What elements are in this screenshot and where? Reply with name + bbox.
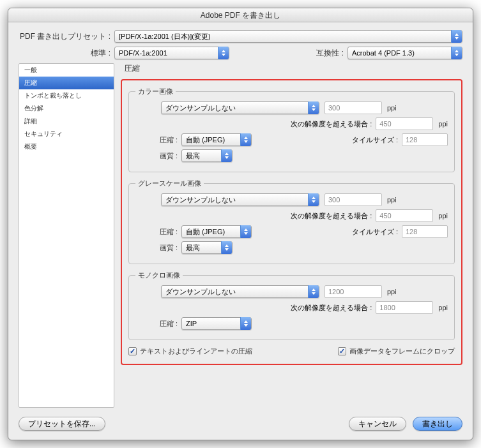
color-compress-select[interactable]: 自動 (JPEG): [181, 133, 252, 146]
color-threshold-input[interactable]: [376, 117, 433, 130]
color-downsample-value: ダウンサンプルしない: [165, 103, 236, 113]
gray-threshold-label: 次の解像度を超える場合 :: [135, 211, 376, 221]
dialog-title: Adobe PDF を書き出し: [8, 8, 473, 22]
gray-downsample-select[interactable]: ダウンサンプルしない: [161, 193, 319, 206]
ppi-unit: ppi: [387, 288, 397, 295]
color-threshold-label: 次の解像度を超える場合 :: [135, 119, 376, 129]
color-downsample-select[interactable]: ダウンサンプルしない: [161, 101, 319, 114]
ppi-unit: ppi: [387, 104, 397, 112]
gray-quality-select[interactable]: 最高: [181, 241, 233, 254]
color-image-group: カラー画像 ダウンサンプルしない ppi 次の解像: [128, 87, 455, 172]
color-compress-value: 自動 (JPEG): [186, 135, 225, 145]
mono-downsample-select[interactable]: ダウンサンプルしない: [161, 285, 319, 298]
crop-image-label: 画像データをフレームにクロップ: [349, 347, 455, 356]
mono-threshold-label: 次の解像度を超える場合 :: [135, 303, 376, 313]
ppi-unit: ppi: [438, 212, 448, 220]
mono-compress-value: ZIP: [186, 320, 197, 327]
chevron-updown-icon: [451, 47, 462, 59]
color-quality-label: 画質 :: [135, 151, 181, 161]
color-ppi-input[interactable]: [324, 101, 382, 114]
section-title: 圧縮: [125, 63, 462, 74]
color-quality-value: 最高: [186, 151, 200, 161]
checkmark-icon: ✓: [128, 347, 137, 355]
chevron-updown-icon: [451, 30, 462, 43]
chevron-updown-icon: [308, 193, 319, 206]
preset-value: [PDF/X-1a:2001 (日本)](変更): [119, 32, 211, 41]
chevron-updown-icon: [221, 241, 232, 254]
gray-compress-label: 圧縮 :: [135, 227, 181, 237]
mono-legend: モノクロ画像: [135, 271, 183, 280]
category-sidebar: 一般圧縮トンボと裁ち落とし色分解詳細セキュリティ概要: [19, 63, 114, 408]
export-pdf-dialog: Adobe PDF を書き出し PDF 書き出しプリセット : [PDF/X-1…: [8, 8, 473, 440]
chevron-updown-icon: [218, 47, 229, 59]
crop-image-checkbox[interactable]: ✓ 画像データをフレームにクロップ: [338, 347, 455, 356]
gray-threshold-input[interactable]: [376, 209, 433, 222]
standard-select[interactable]: PDF/X-1a:2001: [114, 47, 229, 59]
gray-tile-label: タイルサイズ :: [252, 227, 402, 237]
checkmark-icon: ✓: [338, 347, 346, 355]
chevron-updown-icon: [308, 101, 319, 114]
color-quality-select[interactable]: 最高: [181, 149, 233, 162]
gray-tile-input[interactable]: [402, 225, 448, 238]
gray-quality-label: 画質 :: [135, 243, 181, 253]
sidebar-item[interactable]: 一般: [19, 64, 114, 77]
chevron-updown-icon: [240, 317, 251, 330]
gray-image-group: グレースケール画像 ダウンサンプルしない ppi: [128, 179, 455, 264]
sidebar-item[interactable]: トンボと裁ち落とし: [19, 89, 114, 102]
gray-ppi-input[interactable]: [324, 193, 382, 206]
standard-label: 標準 :: [19, 48, 114, 59]
compat-label: 互換性 :: [316, 48, 347, 59]
ppi-unit: ppi: [387, 196, 397, 204]
gray-legend: グレースケール画像: [135, 179, 204, 188]
ppi-unit: ppi: [438, 304, 448, 311]
preset-select[interactable]: [PDF/X-1a:2001 (日本)](変更): [114, 30, 462, 43]
mono-compress-select[interactable]: ZIP: [181, 317, 252, 330]
preset-label: PDF 書き出しプリセット :: [19, 31, 114, 42]
chevron-updown-icon: [221, 149, 232, 162]
chevron-updown-icon: [240, 225, 251, 238]
compat-select[interactable]: Acrobat 4 (PDF 1.3): [347, 47, 462, 59]
compress-text-checkbox[interactable]: ✓ テキストおよびラインアートの圧縮: [128, 347, 252, 356]
gray-downsample-value: ダウンサンプルしない: [165, 195, 236, 205]
mono-ppi-input[interactable]: [324, 285, 382, 298]
mono-downsample-value: ダウンサンプルしない: [165, 287, 236, 297]
mono-image-group: モノクロ画像 ダウンサンプルしない ppi 次の解: [128, 271, 455, 340]
gray-quality-value: 最高: [186, 243, 200, 253]
sidebar-item[interactable]: 色分解: [19, 102, 114, 115]
chevron-updown-icon: [308, 285, 319, 298]
sidebar-item[interactable]: 概要: [19, 140, 114, 153]
sidebar-item[interactable]: セキュリティ: [19, 128, 114, 140]
mono-compress-label: 圧縮 :: [135, 319, 181, 329]
color-tile-label: タイルサイズ :: [252, 135, 402, 145]
gray-compress-value: 自動 (JPEG): [186, 227, 225, 237]
highlight-box: カラー画像 ダウンサンプルしない ppi 次の解像: [121, 79, 462, 365]
chevron-updown-icon: [240, 133, 251, 146]
color-legend: カラー画像: [135, 87, 176, 96]
color-compress-label: 圧縮 :: [135, 135, 181, 145]
export-button[interactable]: 書き出し: [413, 417, 462, 431]
cancel-button[interactable]: キャンセル: [349, 417, 406, 431]
ppi-unit: ppi: [438, 120, 448, 128]
mono-threshold-input[interactable]: [376, 301, 433, 314]
save-preset-button[interactable]: プリセットを保存...: [19, 417, 105, 431]
gray-compress-select[interactable]: 自動 (JPEG): [181, 225, 252, 238]
standard-value: PDF/X-1a:2001: [119, 49, 167, 57]
sidebar-item[interactable]: 圧縮: [19, 77, 114, 89]
color-tile-input[interactable]: [402, 133, 448, 146]
sidebar-item[interactable]: 詳細: [19, 115, 114, 128]
compat-value: Acrobat 4 (PDF 1.3): [352, 49, 415, 57]
compress-text-label: テキストおよびラインアートの圧縮: [140, 347, 252, 356]
